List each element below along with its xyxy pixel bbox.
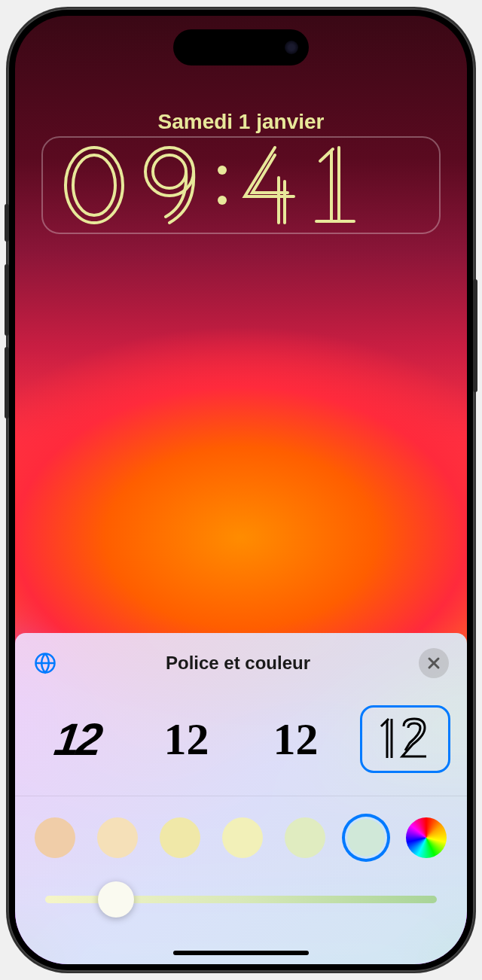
font-color-panel: Police et couleur 12 12 12 [15, 633, 467, 964]
color-swatch-2[interactable] [97, 817, 138, 858]
color-swatch-6-selected[interactable] [347, 819, 385, 857]
svg-point-5 [218, 196, 227, 205]
clock-frame[interactable]: .tline{fill:none;stroke:#e8e89a;stroke-w… [41, 136, 441, 234]
globe-icon[interactable] [33, 651, 57, 675]
svg-point-3 [153, 155, 186, 188]
panel-title: Police et couleur [166, 653, 310, 674]
color-options-row [15, 796, 467, 873]
volume-down-button [5, 347, 9, 418]
screen: Samedi 1 janvier .tline{fill:none;stroke… [15, 16, 467, 964]
tint-slider-container [15, 873, 467, 918]
color-swatch-1[interactable] [35, 817, 75, 858]
phone-frame: Samedi 1 janvier .tline{fill:none;stroke… [8, 8, 474, 972]
color-swatch-4[interactable] [222, 817, 263, 858]
color-swatch-3[interactable] [160, 817, 200, 858]
font-option-serif-black[interactable]: 12 [251, 705, 341, 773]
svg-point-1 [73, 155, 115, 215]
font-sample-outline-icon [375, 713, 435, 765]
svg-point-4 [218, 166, 227, 175]
font-options-row: 12 12 12 [15, 690, 467, 796]
panel-header: Police et couleur [15, 633, 467, 690]
tint-slider[interactable] [45, 896, 437, 903]
dynamic-island [173, 29, 309, 65]
power-button [473, 279, 477, 392]
font-option-serif-bold[interactable]: 12 [142, 705, 232, 773]
color-swatch-5[interactable] [285, 817, 325, 858]
font-option-outline-selected[interactable] [360, 705, 450, 773]
font-option-stencil[interactable]: 12 [32, 705, 123, 773]
clock-time-svg: .tline{fill:none;stroke:#e8e89a;stroke-w… [53, 140, 429, 230]
close-icon [427, 656, 441, 670]
lockscreen-date: Samedi 1 janvier [15, 110, 467, 134]
color-picker-button[interactable] [406, 817, 447, 858]
tint-slider-thumb[interactable] [98, 881, 134, 918]
volume-up-button [5, 264, 9, 336]
home-indicator[interactable] [173, 951, 309, 955]
close-button[interactable] [419, 648, 449, 678]
silence-switch [5, 204, 9, 242]
